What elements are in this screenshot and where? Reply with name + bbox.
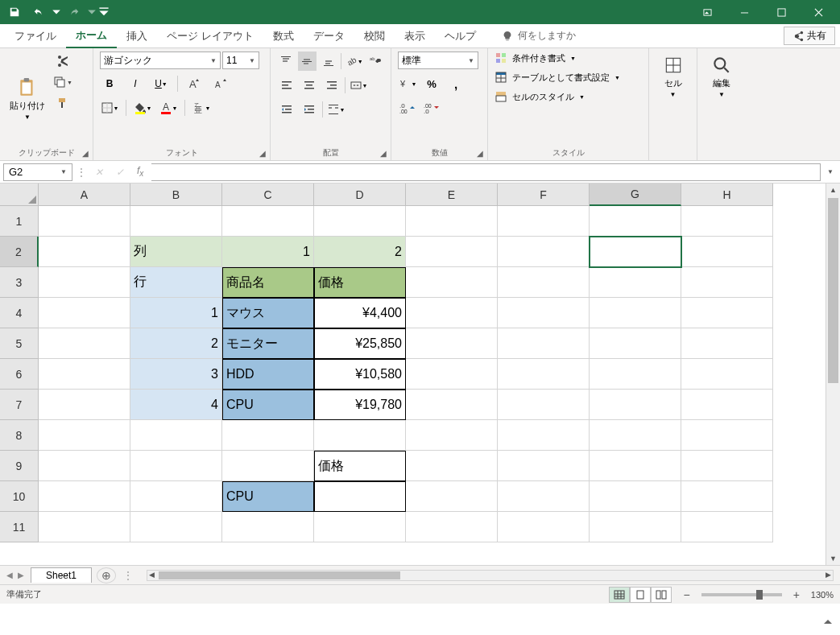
format-as-table-button[interactable]: テーブルとして書式設定 ▼	[494, 71, 642, 84]
window-minimize-button[interactable]	[726, 0, 763, 24]
decrease-decimal-button[interactable]: .00.0	[422, 98, 441, 118]
fill-color-button[interactable]: ▼	[133, 98, 152, 118]
cell-A6[interactable]	[39, 359, 130, 390]
wrap-text-button[interactable]: ab	[366, 52, 384, 71]
scroll-up-button[interactable]: ▲	[826, 183, 840, 196]
number-dialog-launcher[interactable]: ◢	[474, 147, 486, 159]
borders-button[interactable]: ▼	[100, 98, 119, 118]
collapse-ribbon-button[interactable]	[822, 616, 834, 630]
cell-F9[interactable]	[498, 451, 590, 481]
horizontal-scrollbar[interactable]: ◀ ▶	[147, 570, 834, 581]
sheet-nav-next[interactable]: ▶	[18, 571, 24, 579]
cells-menu-button[interactable]: セル ▼	[656, 52, 690, 101]
underline-button[interactable]: U▼	[151, 74, 171, 93]
formula-input[interactable]	[151, 163, 821, 181]
cell-B5[interactable]: 2	[130, 328, 222, 359]
cell-B10[interactable]	[130, 481, 222, 512]
cell-H11[interactable]	[681, 512, 773, 542]
col-header-G[interactable]: G	[590, 183, 681, 206]
cell-F4[interactable]	[498, 298, 590, 328]
row-header-1[interactable]: 1	[0, 206, 39, 237]
name-box[interactable]: G2 ▼	[3, 163, 72, 181]
window-maximize-button[interactable]	[763, 0, 800, 24]
cell-F1[interactable]	[498, 206, 590, 237]
cell-F6[interactable]	[498, 359, 590, 390]
align-left-button[interactable]	[277, 76, 296, 95]
align-center-button[interactable]	[300, 76, 319, 95]
cell-A3[interactable]	[39, 267, 130, 298]
editing-menu-button[interactable]: 編集 ▼	[704, 52, 739, 101]
cell-F5[interactable]	[498, 328, 590, 359]
cell-E10[interactable]	[406, 481, 498, 512]
font-dialog-launcher[interactable]: ◢	[257, 147, 268, 159]
cell-G1[interactable]	[590, 206, 681, 237]
cell-D7[interactable]: ¥19,780	[314, 390, 406, 420]
tab-formulas[interactable]: 数式	[263, 24, 304, 48]
col-header-E[interactable]: E	[406, 183, 498, 206]
tellme-search[interactable]: 何をしますか	[502, 29, 576, 43]
row-header-8[interactable]: 8	[0, 420, 39, 451]
cell-E2[interactable]	[406, 237, 498, 267]
row-header-2[interactable]: 2	[0, 237, 39, 267]
col-header-A[interactable]: A	[39, 183, 130, 206]
zoom-out-button[interactable]: −	[680, 588, 693, 601]
cell-D5[interactable]: ¥25,850	[314, 328, 406, 359]
cell-H8[interactable]	[681, 420, 773, 451]
cell-B6[interactable]: 3	[130, 359, 222, 390]
cell-B8[interactable]	[130, 420, 222, 451]
tab-help[interactable]: ヘルプ	[435, 24, 486, 48]
tab-data[interactable]: データ	[304, 24, 354, 48]
cell-C5[interactable]: モニター	[222, 328, 314, 359]
cell-E11[interactable]	[406, 512, 498, 542]
col-header-F[interactable]: F	[498, 183, 590, 206]
cell-F8[interactable]	[498, 420, 590, 451]
cell-G5[interactable]	[590, 328, 681, 359]
hscroll-thumb[interactable]	[159, 571, 400, 579]
conditional-format-button[interactable]: 条件付き書式 ▼	[494, 52, 642, 64]
zoom-level[interactable]: 130%	[811, 590, 834, 600]
row-header-5[interactable]: 5	[0, 328, 39, 359]
cell-D8[interactable]	[314, 420, 406, 451]
cut-button[interactable]	[53, 52, 72, 71]
decrease-font-button[interactable]: A	[210, 74, 230, 93]
qat-undo-dropdown[interactable]	[52, 2, 61, 22]
cell-F10[interactable]	[498, 481, 590, 512]
accounting-format-button[interactable]: ¥ ▼	[398, 74, 417, 93]
orientation-button[interactable]: ab ▼	[345, 52, 363, 71]
cell-G6[interactable]	[590, 359, 681, 390]
cell-C1[interactable]	[222, 206, 314, 237]
bold-button[interactable]: B	[100, 74, 119, 93]
cell-styles-button[interactable]: セルのスタイル ▼	[494, 90, 642, 103]
row-header-10[interactable]: 10	[0, 481, 39, 512]
cell-B4[interactable]: 1	[130, 298, 222, 328]
cell-C2[interactable]: 1	[222, 237, 314, 267]
zoom-slider-thumb[interactable]	[756, 590, 763, 600]
cell-E9[interactable]	[406, 451, 498, 481]
cell-D2[interactable]: 2	[314, 237, 406, 267]
cell-B2[interactable]: 列	[130, 237, 222, 267]
cell-A10[interactable]	[39, 481, 130, 512]
cell-F2[interactable]	[498, 237, 590, 267]
cell-A7[interactable]	[39, 390, 130, 420]
cell-C3[interactable]: 商品名	[222, 267, 314, 298]
text-direction-button[interactable]: ▼	[326, 100, 346, 119]
cell-B11[interactable]	[130, 512, 222, 542]
cell-D4[interactable]: ¥4,400	[314, 298, 406, 328]
cell-H7[interactable]	[681, 390, 773, 420]
window-close-button[interactable]	[800, 0, 837, 24]
format-painter-button[interactable]	[53, 93, 72, 113]
cell-D9[interactable]: 価格	[314, 451, 406, 481]
cell-B1[interactable]	[130, 206, 222, 237]
cell-H10[interactable]	[681, 481, 773, 512]
percent-button[interactable]: %	[422, 74, 441, 93]
sheet-nav-prev[interactable]: ◀	[6, 571, 13, 579]
cell-G7[interactable]	[590, 390, 681, 420]
clipboard-dialog-launcher[interactable]: ◢	[80, 147, 91, 159]
qat-redo-button[interactable]	[63, 2, 85, 22]
copy-button[interactable]: ▼	[53, 72, 72, 92]
zoom-slider[interactable]	[701, 593, 782, 596]
row-header-3[interactable]: 3	[0, 267, 39, 298]
cell-H3[interactable]	[681, 267, 773, 298]
cell-F7[interactable]	[498, 390, 590, 420]
cell-H1[interactable]	[681, 206, 773, 237]
